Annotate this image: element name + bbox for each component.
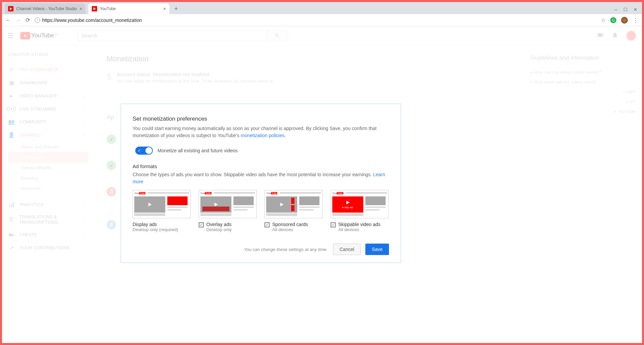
- sidebar-analytics[interactable]: 📊ANALYTICS⌄: [8, 198, 93, 211]
- sidebar-sub-monetization[interactable]: Monetization: [8, 152, 88, 162]
- chevron-down-icon: ⌄: [83, 232, 86, 237]
- overlay-ads-checkbox[interactable]: ✓: [199, 222, 204, 227]
- sidebar-contributions[interactable]: ➚YOUR CONTRIBUTIONS: [8, 241, 93, 254]
- tab-title: YouTube: [100, 6, 116, 11]
- tab-title: Channel Videos - YouTube Studio: [16, 6, 77, 11]
- account-status-title: Account status: Monetization not enabled: [117, 71, 273, 77]
- chevron-down-icon: ⌄: [83, 94, 86, 98]
- upload-video-icon[interactable]: [597, 31, 604, 40]
- toggle-label: Monetize all existing and future videos: [158, 148, 237, 153]
- format-skippable-ads: YouTube ▸ skip ad ✓ Skippable video ads …: [331, 190, 389, 232]
- browser-tab-2[interactable]: YouTube ×: [88, 3, 169, 14]
- youtube-header: ☰ YouTube IN: [2, 26, 642, 45]
- user-avatar[interactable]: [626, 30, 637, 41]
- sidebar-sub-upload[interactable]: Upload defaults: [8, 162, 93, 173]
- monetization-policies-link[interactable]: monetization policies: [241, 133, 284, 138]
- profile-icon[interactable]: [621, 17, 628, 24]
- sidebar: CREATOR STUDIO ⚙TRY STUDIO BETA ▦DASHBOA…: [2, 45, 93, 343]
- sidebar-sub-branding[interactable]: Branding: [8, 173, 93, 183]
- new-tab-button[interactable]: +: [171, 4, 181, 13]
- create-icon: ■▸: [8, 231, 15, 238]
- sidebar-try-beta[interactable]: ⚙TRY STUDIO BETA: [8, 63, 93, 76]
- hamburger-menu-icon[interactable]: ☰: [7, 32, 13, 40]
- live-icon: ((•)): [8, 106, 15, 112]
- account-status-desc: You can apply for monetization at any ti…: [117, 79, 273, 84]
- sponsored-cards-checkbox[interactable]: ✓: [264, 222, 270, 227]
- browser-menu-icon[interactable]: ⋮: [633, 17, 639, 24]
- sidebar-create[interactable]: ■▸CREATE⌄: [8, 228, 93, 241]
- guidelines-title: Guidelines and information: [531, 55, 635, 61]
- sidebar-video-manager[interactable]: ▸VIDEO MANAGER⌄: [8, 89, 93, 102]
- format-name: Overlay ads: [206, 222, 232, 227]
- format-sponsored-cards: YouTube ✓ Sponsored cards All devices: [264, 190, 323, 232]
- bookmark-star-icon[interactable]: ☆: [601, 17, 606, 23]
- browser-tab-strip: Channel Videos - YouTube Studio × YouTub…: [2, 2, 642, 14]
- format-name: Display ads: [133, 222, 178, 227]
- dashboard-icon: ▦: [8, 80, 15, 86]
- format-thumbnail: YouTube ▸ skip ad: [331, 190, 389, 218]
- youtube-favicon: [8, 6, 13, 11]
- format-display-ads: YouTube Display ads Desktop only (requir…: [133, 190, 191, 232]
- sidebar-dashboard[interactable]: ▦DASHBOARD: [8, 76, 93, 89]
- browser-address-bar: ← → ⟳ i https://www.youtube.com/account_…: [2, 14, 642, 26]
- save-button[interactable]: Save: [365, 244, 389, 255]
- extension-icon[interactable]: G: [610, 17, 616, 23]
- sidebar-sub-status[interactable]: Status and features: [8, 142, 93, 152]
- youtube-favicon: [92, 6, 97, 11]
- sidebar-translations[interactable]: 文TRANSLATIONS & TRANSCRIPTIONS⌄: [8, 211, 93, 228]
- chevron-down-icon: ⌄: [83, 133, 86, 137]
- page-title: Monetization: [107, 55, 510, 63]
- window-minimize-icon[interactable]: ─: [614, 7, 617, 12]
- window-maximize-icon[interactable]: ☐: [623, 7, 627, 12]
- footer-note: You can change these settings at any tim…: [133, 247, 328, 252]
- sidebar-title: CREATOR STUDIO: [8, 52, 93, 57]
- video-icon: ▸: [8, 93, 15, 99]
- person-icon: 👤: [8, 132, 15, 138]
- back-button[interactable]: ←: [5, 17, 11, 23]
- notifications-bell-icon[interactable]: [612, 32, 618, 40]
- format-subtitle: All devices: [338, 227, 381, 232]
- format-overlay-ads: YouTube ✓ Overlay ads Desktop only: [199, 190, 257, 232]
- chevron-down-icon: ⌄: [83, 120, 86, 124]
- close-tab-icon[interactable]: ×: [80, 6, 82, 11]
- format-thumbnail: YouTube: [264, 190, 323, 218]
- chevron-down-icon: ⌄: [83, 202, 86, 207]
- browser-tab-1[interactable]: Channel Videos - YouTube Studio ×: [5, 3, 86, 14]
- faq-item[interactable]: e?: [531, 97, 635, 106]
- step-4-icon: 4: [107, 220, 116, 229]
- format-thumbnail: YouTube: [133, 190, 191, 218]
- dialog-title: Set monetization preferences: [133, 116, 389, 122]
- sidebar-channel[interactable]: 👤CHANNEL⌄: [8, 128, 93, 142]
- step-3-icon: 3: [107, 187, 116, 196]
- sidebar-community[interactable]: 👥COMMUNITY⌄: [8, 115, 93, 128]
- search-button[interactable]: [267, 30, 288, 41]
- ad-formats-description: Choose the types of ads you want to show…: [133, 171, 389, 185]
- window-close-icon[interactable]: ✕: [634, 7, 637, 12]
- reload-button[interactable]: ⟳: [26, 17, 30, 23]
- site-info-icon[interactable]: i: [35, 18, 40, 23]
- faq-item[interactable]: How much will my videos earn?: [531, 77, 635, 87]
- monetize-all-toggle[interactable]: ✓: [135, 147, 153, 155]
- faq-item[interactable]: How can my videos make money?: [531, 67, 635, 77]
- close-tab-icon[interactable]: ×: [163, 6, 166, 11]
- skippable-ads-checkbox[interactable]: ✓: [331, 222, 336, 227]
- forward-button[interactable]: →: [16, 17, 21, 23]
- chevron-down-icon: ⌄: [83, 217, 86, 222]
- translate-icon: 文: [8, 216, 15, 223]
- url-field[interactable]: i https://www.youtube.com/account_moneti…: [35, 18, 596, 23]
- format-name: Sponsored cards: [272, 222, 308, 227]
- faq-item[interactable]: ble?: [531, 87, 635, 97]
- format-name: Skippable video ads: [338, 222, 381, 227]
- sidebar-live-streaming[interactable]: ((•))LIVE STREAMING⌄: [8, 102, 93, 115]
- search-input[interactable]: [78, 30, 267, 41]
- dollar-icon: $: [107, 71, 111, 84]
- cancel-button[interactable]: Cancel: [333, 244, 361, 255]
- gear-icon: ⚙: [8, 66, 15, 73]
- youtube-logo[interactable]: YouTube IN: [20, 32, 57, 39]
- url-text: https://www.youtube.com/account_monetiza…: [42, 18, 142, 23]
- monetization-preferences-dialog: Set monetization preferences You could s…: [121, 104, 401, 263]
- faq-item[interactable]: YouTube: [531, 106, 635, 116]
- format-subtitle: Desktop only (required): [133, 227, 178, 232]
- sidebar-sub-advanced[interactable]: Advanced: [8, 183, 93, 194]
- dialog-description: You could start earning money automatica…: [133, 125, 389, 139]
